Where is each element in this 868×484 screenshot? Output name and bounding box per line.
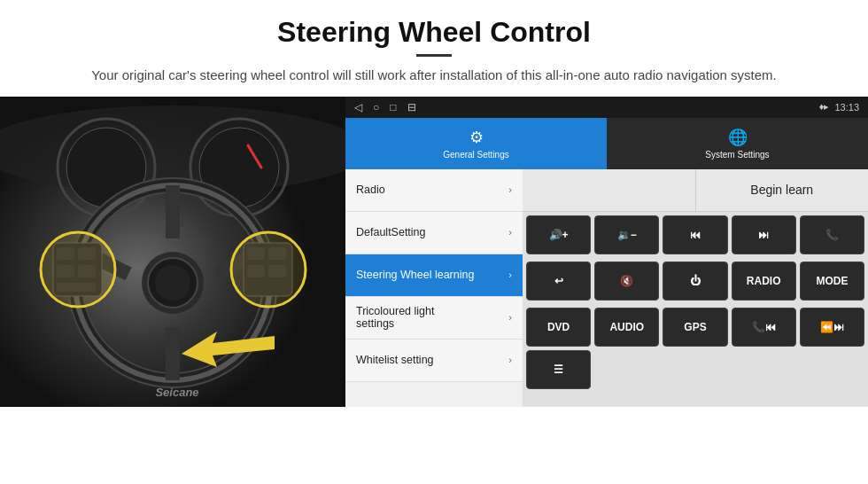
header-section: Steering Wheel Control Your original car…: [0, 0, 868, 97]
back-icon[interactable]: ◁: [354, 101, 362, 113]
vol-down-button[interactable]: 🔉−: [594, 215, 659, 254]
menu-item-whitelist[interactable]: Whitelist setting ›: [345, 340, 523, 382]
button-grid-row2: ↩ 🔇 ⏻ RADIO MODE: [523, 258, 868, 304]
title-divider: [416, 54, 452, 57]
android-ui: ◁ ○ □ ⊟ ♦▸ 13:13 ⚙ General Settings 🌐: [345, 97, 868, 407]
mode-label: MODE: [816, 275, 848, 287]
svg-point-27: [41, 232, 115, 307]
prev-icon: ⏮: [690, 229, 701, 241]
svg-point-15: [155, 265, 190, 301]
gear-icon: ⚙: [469, 128, 484, 147]
gps-button[interactable]: GPS: [663, 308, 727, 347]
call-prev-button[interactable]: 📞⏮: [732, 308, 796, 347]
begin-learn-button[interactable]: Begin learn: [696, 169, 869, 211]
dvd-button[interactable]: DVD: [526, 308, 591, 347]
mode-button[interactable]: MODE: [800, 262, 864, 301]
android-main-content: Radio › DefaultSetting › Steering Wheel …: [345, 169, 868, 407]
menu-item-radio[interactable]: Radio ›: [345, 169, 523, 212]
button-grid-row4: ☰: [523, 350, 868, 393]
status-right: ♦▸ 13:13: [819, 101, 859, 113]
top-row: Begin learn: [523, 169, 868, 212]
gps-label: GPS: [684, 321, 706, 333]
audio-button[interactable]: AUDIO: [594, 308, 659, 347]
content-area: Seicane ◁ ○ □ ⊟ ♦▸ 13:13: [0, 97, 868, 407]
menu-radio-label: Radio: [356, 183, 385, 196]
svg-point-28: [231, 232, 306, 307]
tab-system-settings[interactable]: 🌐 System Settings: [607, 118, 868, 169]
chevron-right-icon: ›: [508, 355, 512, 365]
menu-item-defaultsetting[interactable]: DefaultSetting ›: [345, 212, 523, 254]
mute-icon: 🔇: [620, 275, 633, 287]
globe-icon: 🌐: [728, 128, 748, 147]
menu-item-steering[interactable]: Steering Wheel learning ›: [345, 254, 523, 297]
empty-display-box: [523, 169, 696, 211]
mute-button[interactable]: 🔇: [594, 262, 659, 301]
button-grid-row1: 🔊+ 🔉− ⏮ ⏭ 📞: [523, 212, 868, 258]
call-icon: 📞: [825, 229, 839, 241]
menu-btn-icon: ☰: [554, 363, 563, 376]
hang-up-icon: ↩: [554, 275, 563, 287]
menu-default-label: DefaultSetting: [356, 226, 426, 238]
tab-general-label: General Settings: [443, 150, 509, 160]
rew-ff-icon: ⏪⏭: [820, 321, 844, 333]
svg-text:Seicane: Seicane: [155, 386, 198, 399]
chevron-right-icon: ›: [508, 184, 512, 195]
car-image-section: Seicane: [0, 97, 345, 407]
radio-label: RADIO: [747, 275, 781, 287]
call-prev-icon: 📞⏮: [752, 321, 776, 333]
status-left: ◁ ○ □ ⊟: [354, 101, 416, 113]
call-button[interactable]: 📞: [800, 215, 864, 254]
menu-list: Radio › DefaultSetting › Steering Wheel …: [345, 169, 523, 407]
signal-icon: ♦▸: [819, 101, 830, 113]
power-button[interactable]: ⏻: [663, 262, 727, 301]
page-wrapper: Steering Wheel Control Your original car…: [0, 0, 868, 407]
status-bar: ◁ ○ □ ⊟ ♦▸ 13:13: [345, 97, 868, 118]
next-icon: ⏭: [758, 229, 769, 241]
steering-wheel-svg: Seicane: [0, 97, 345, 407]
power-icon: ⏻: [690, 275, 701, 287]
menu-btn[interactable]: ☰: [526, 350, 591, 389]
tab-bar: ⚙ General Settings 🌐 System Settings: [345, 118, 868, 169]
tab-system-label: System Settings: [705, 150, 769, 160]
prev-button[interactable]: ⏮: [663, 215, 727, 254]
chevron-right-icon: ›: [508, 269, 512, 280]
audio-label: AUDIO: [609, 321, 644, 333]
recents-icon[interactable]: □: [390, 101, 396, 113]
vol-up-icon: 🔊+: [549, 229, 569, 241]
chevron-right-icon: ›: [508, 227, 512, 238]
hang-up-button[interactable]: ↩: [526, 262, 591, 301]
menu-tricoloured-label: Tricoloured lightsettings: [356, 305, 434, 330]
rew-ff-button[interactable]: ⏪⏭: [800, 308, 864, 347]
menu-icon[interactable]: ⊟: [407, 101, 416, 113]
dvd-label: DVD: [547, 321, 570, 333]
radio-button[interactable]: RADIO: [732, 262, 796, 301]
subtitle: Your original car's steering wheel contr…: [80, 66, 788, 86]
chevron-right-icon: ›: [508, 312, 512, 323]
menu-whitelist-label: Whitelist setting: [356, 354, 434, 366]
time-display: 13:13: [834, 102, 859, 113]
button-grid-row3: DVD AUDIO GPS 📞⏮ ⏪⏭: [523, 304, 868, 350]
next-button[interactable]: ⏭: [732, 215, 796, 254]
vol-down-icon: 🔉−: [617, 229, 637, 241]
menu-steering-label: Steering Wheel learning: [356, 269, 474, 281]
home-icon[interactable]: ○: [373, 101, 379, 113]
page-title: Steering Wheel Control: [35, 16, 833, 49]
right-panel: Begin learn 🔊+ 🔉− ⏮: [523, 169, 868, 407]
menu-item-tricoloured[interactable]: Tricoloured lightsettings ›: [345, 297, 523, 340]
vol-up-button[interactable]: 🔊+: [526, 215, 591, 254]
tab-general-settings[interactable]: ⚙ General Settings: [345, 118, 607, 169]
